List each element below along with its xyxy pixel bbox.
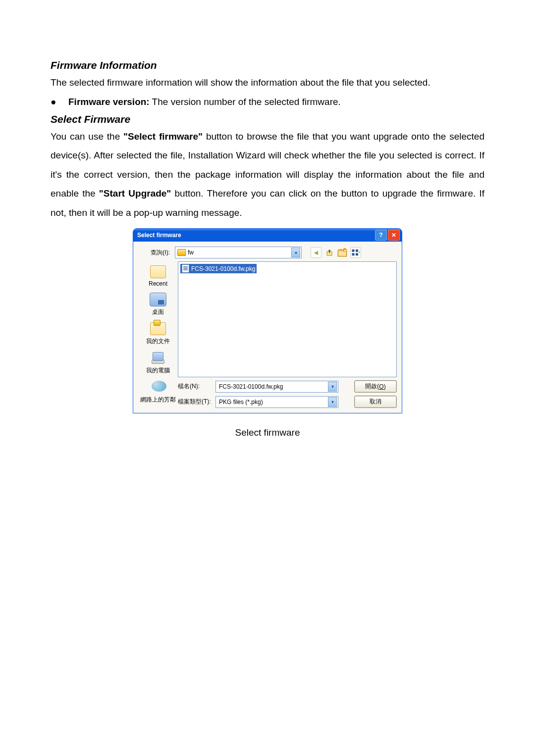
place-network-label: 網路上的芳鄰: [140, 396, 176, 404]
sf-pre: You can use the: [51, 131, 123, 142]
heading-select-firmware: Select Firmware: [51, 113, 484, 125]
place-network[interactable]: 網路上的芳鄰: [138, 378, 178, 407]
folder-icon: [177, 249, 186, 256]
dialog-titlebar: Select firmware ? ✕: [133, 229, 402, 242]
bullet-body: Firmware version: The version number of …: [68, 93, 484, 111]
document-page: Firmware Information The selected firmwa…: [0, 0, 535, 468]
lookin-label: 查詢(I):: [138, 249, 172, 257]
file-name: FCS-3021-0100d.fw.pkg: [191, 265, 255, 272]
cancel-button-label: 取消: [370, 398, 381, 406]
filetype-value: PKG files (*.pkg): [219, 399, 328, 405]
views-menu-icon[interactable]: [350, 247, 361, 258]
recent-icon: [150, 264, 166, 279]
network-icon: [150, 380, 166, 395]
chevron-down-icon[interactable]: ▾: [328, 382, 337, 392]
dialog-client: 查詢(I): fw ▾ ◄ ★: [133, 242, 402, 413]
place-recent-label: Recent: [149, 280, 167, 287]
para-select-firmware: You can use the "Select firmware" button…: [51, 127, 484, 223]
place-computer-label: 我的電腦: [146, 366, 170, 375]
lookin-combo[interactable]: fw ▾: [175, 247, 302, 258]
dialog-bottom: 檔名(N): FCS-3021-0100d.fw.pkg ▾ 開啟(O) 檔案類…: [178, 380, 397, 408]
help-icon[interactable]: ?: [375, 230, 387, 241]
titlebar-buttons: ? ✕: [375, 230, 400, 241]
svg-rect-4: [352, 253, 355, 256]
place-my-computer[interactable]: 我的電腦: [138, 349, 178, 378]
up-one-level-icon[interactable]: [324, 248, 334, 257]
dialog-title: Select firmware: [137, 232, 375, 239]
svg-rect-3: [356, 250, 358, 252]
open-button-key: O: [379, 383, 383, 390]
back-icon[interactable]: ◄: [311, 247, 321, 258]
filename-label: 檔名(N):: [178, 382, 212, 391]
file-list[interactable]: FCS-3021-0100d.fw.pkg: [178, 261, 397, 377]
lookin-value: fw: [188, 249, 289, 256]
bullet-label: Firmware version:: [68, 97, 150, 107]
lookin-toolbar: ◄ ★: [311, 247, 361, 258]
close-icon[interactable]: ✕: [388, 230, 400, 241]
filetype-combo[interactable]: PKG files (*.pkg) ▾: [215, 396, 338, 408]
new-folder-icon[interactable]: ★: [337, 248, 347, 257]
bullet-text: The version number of the selected firmw…: [150, 97, 341, 107]
computer-icon: [150, 351, 166, 365]
bullet-dot-icon: ●: [51, 93, 68, 111]
svg-rect-2: [352, 250, 355, 252]
documents-icon: [150, 321, 166, 336]
place-my-documents[interactable]: 我的文件: [138, 319, 178, 349]
filename-value: FCS-3021-0100d.fw.pkg: [219, 383, 328, 390]
svg-text:★: ★: [343, 249, 347, 252]
open-button-post: ): [384, 383, 386, 390]
dialog-screenshot: Select firmware ? ✕ 查詢(I): fw ▾ ◄: [51, 228, 484, 413]
open-button-pre: 開啟(: [365, 382, 379, 391]
open-button[interactable]: 開啟(O): [354, 380, 397, 393]
dialog-body-row: Recent 桌面 我的文件 我的電腦: [138, 261, 397, 408]
figure-caption: Select firmware: [51, 427, 484, 438]
place-recent[interactable]: Recent: [138, 262, 178, 290]
place-desktop-label: 桌面: [152, 308, 164, 316]
bullet-firmware-version: ● Firmware version: The version number o…: [51, 93, 484, 111]
cancel-button[interactable]: 取消: [354, 396, 397, 408]
places-bar: Recent 桌面 我的文件 我的電腦: [138, 261, 178, 408]
sf-quote-select: "Select firmware": [123, 131, 203, 142]
heading-firmware-information: Firmware Information: [51, 59, 484, 71]
file-icon: [182, 264, 189, 273]
open-file-dialog: Select firmware ? ✕ 查詢(I): fw ▾ ◄: [133, 228, 402, 413]
para-firmware-info: The selected firmware information will s…: [51, 73, 484, 93]
svg-rect-5: [356, 253, 358, 256]
place-documents-label: 我的文件: [146, 337, 170, 346]
chevron-down-icon[interactable]: ▾: [291, 248, 300, 257]
desktop-icon: [150, 292, 166, 307]
lookin-row: 查詢(I): fw ▾ ◄ ★: [138, 247, 397, 258]
filetype-label: 檔案類型(T):: [178, 398, 212, 406]
place-desktop[interactable]: 桌面: [138, 290, 178, 319]
chevron-down-icon[interactable]: ▾: [328, 397, 337, 407]
sf-quote-start: "Start Upgrade": [99, 188, 171, 199]
file-item-selected[interactable]: FCS-3021-0100d.fw.pkg: [180, 264, 257, 273]
filename-input[interactable]: FCS-3021-0100d.fw.pkg ▾: [215, 381, 338, 393]
bottom-grid: 檔名(N): FCS-3021-0100d.fw.pkg ▾ 開啟(O) 檔案類…: [178, 380, 397, 408]
